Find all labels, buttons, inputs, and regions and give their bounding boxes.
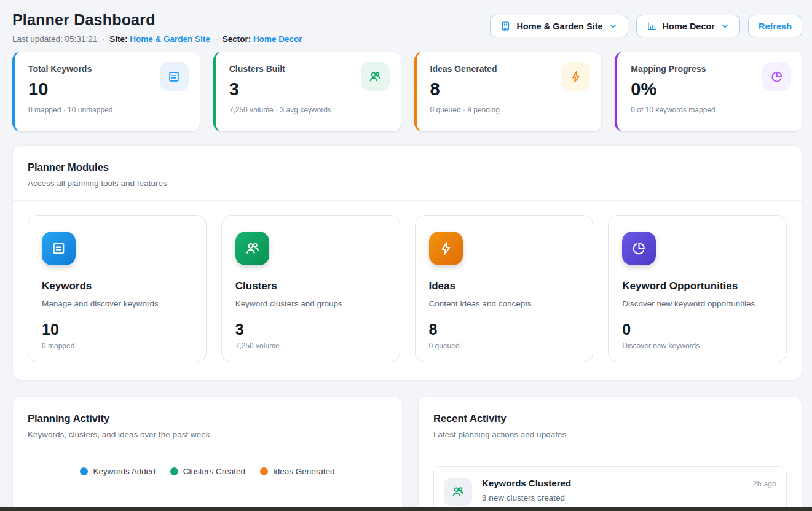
activity-panel-title: Planning Activity <box>28 413 387 424</box>
legend-dot-icon <box>80 467 88 475</box>
meta-separator: · <box>215 35 218 44</box>
module-description: Keyword clusters and groups <box>235 299 386 308</box>
screen-bottom-bar <box>0 507 812 511</box>
page-title: Planner Dashboard <box>12 11 302 29</box>
legend-item-clusters-created[interactable]: Clusters Created <box>170 467 245 476</box>
module-title: Keyword Opportunities <box>622 280 773 292</box>
bar-chart-icon <box>647 21 657 31</box>
module-subtext: 0 mapped <box>42 341 192 350</box>
sector-link[interactable]: Home Decor <box>253 34 302 44</box>
document-icon <box>42 232 76 265</box>
module-description: Content ideas and concepts <box>429 299 580 308</box>
module-subtext: 7,250 volume <box>235 341 386 350</box>
users-icon <box>235 232 269 265</box>
recent-activity-list: Keywords Clustered 2h ago 3 new clusters… <box>419 450 802 511</box>
meta-separator: · <box>102 35 104 44</box>
users-icon <box>444 478 472 506</box>
stat-card-mapping-progress: Mapping Progress 0% 0 of 10 keywords map… <box>615 52 802 131</box>
lightning-icon <box>429 232 463 265</box>
module-subtext: Discover new keywords <box>622 341 773 350</box>
chevron-down-icon <box>720 21 730 31</box>
modules-panel-title: Planner Modules <box>28 162 787 173</box>
legend-dot-icon <box>260 467 268 475</box>
module-value: 10 <box>42 321 192 338</box>
module-title: Clusters <box>235 280 386 292</box>
users-icon <box>361 62 390 91</box>
site-link[interactable]: Home & Garden Site <box>130 34 210 44</box>
recent-item-description: 3 new clusters created <box>482 493 776 502</box>
activity-panel-header: Planning Activity Keywords, clusters, an… <box>13 397 402 450</box>
module-value: 8 <box>429 321 580 338</box>
last-updated-label: Last updated: 05:31:21 <box>12 34 97 44</box>
page-header: Planner Dashboard Last updated: 05:31:21… <box>12 11 802 44</box>
pie-chart-icon <box>622 232 656 265</box>
recent-item-timestamp: 2h ago <box>753 480 776 488</box>
modules-panel-subtitle: Access all planning tools and features <box>28 179 787 188</box>
modules-panel-header: Planner Modules Access all planning tool… <box>13 146 802 200</box>
module-card-clusters[interactable]: Clusters Keyword clusters and groups 3 7… <box>221 215 400 362</box>
stats-row: Total Keywords 10 0 mapped · 10 unmapped… <box>12 52 802 131</box>
site-selector-dropdown[interactable]: Home & Garden Site <box>490 15 628 37</box>
header-meta: Last updated: 05:31:21 · Site: Home & Ga… <box>12 34 302 44</box>
stat-subtext: 7,250 volume · 3 avg keywords <box>229 106 390 114</box>
stat-subtext: 0 mapped · 10 unmapped <box>28 106 189 114</box>
module-subtext: 0 queued <box>429 341 580 350</box>
legend-item-ideas-generated[interactable]: Ideas Generated <box>260 467 335 476</box>
refresh-button[interactable]: Refresh <box>748 15 802 37</box>
planner-dashboard-page: Planner Dashboard Last updated: 05:31:21… <box>0 0 812 511</box>
module-title: Ideas <box>429 280 580 292</box>
lightning-icon <box>561 62 590 91</box>
module-value: 3 <box>235 321 386 338</box>
chevron-down-icon <box>609 21 618 31</box>
legend-item-keywords-added[interactable]: Keywords Added <box>80 467 155 476</box>
bottom-row: Planning Activity Keywords, clusters, an… <box>12 396 802 511</box>
recent-panel-title: Recent Activity <box>433 413 787 424</box>
module-description: Discover new keyword opportunities <box>622 299 773 308</box>
recent-activity-panel: Recent Activity Latest planning actions … <box>418 396 802 511</box>
activity-panel-subtitle: Keywords, clusters, and ideas over the p… <box>28 430 387 439</box>
recent-activity-item[interactable]: Keywords Clustered 2h ago 3 new clusters… <box>433 466 787 511</box>
sector-selector-dropdown[interactable]: Home Decor <box>636 15 740 37</box>
module-card-keywords[interactable]: Keywords Manage and discover keywords 10… <box>28 215 207 362</box>
stat-subtext: 0 queued · 8 pending <box>430 106 591 114</box>
site-meta: Site: Home & Garden Site <box>109 34 210 44</box>
planner-modules-panel: Planner Modules Access all planning tool… <box>12 145 802 380</box>
planning-activity-panel: Planning Activity Keywords, clusters, an… <box>12 396 403 511</box>
recent-panel-subtitle: Latest planning actions and updates <box>433 430 787 439</box>
recent-item-body: Keywords Clustered 2h ago 3 new clusters… <box>482 478 776 502</box>
module-value: 0 <box>622 321 773 338</box>
stat-card-total-keywords: Total Keywords 10 0 mapped · 10 unmapped <box>12 52 200 131</box>
stat-subtext: 0 of 10 keywords mapped <box>631 106 791 114</box>
modules-grid: Keywords Manage and discover keywords 10… <box>13 201 802 380</box>
header-left: Planner Dashboard Last updated: 05:31:21… <box>12 11 302 44</box>
header-actions: Home & Garden Site Home Decor Refresh <box>490 15 802 37</box>
recent-panel-header: Recent Activity Latest planning actions … <box>419 397 802 450</box>
recent-item-title: Keywords Clustered <box>482 478 571 488</box>
divider <box>13 450 402 450</box>
stat-card-ideas-generated: Ideas Generated 8 0 queued · 8 pending <box>414 52 602 131</box>
document-icon <box>160 62 189 91</box>
stat-card-clusters-built: Clusters Built 3 7,250 volume · 3 avg ke… <box>213 52 401 131</box>
module-card-keyword-opportunities[interactable]: Keyword Opportunities Discover new keywo… <box>608 215 787 362</box>
module-card-ideas[interactable]: Ideas Content ideas and concepts 8 0 que… <box>415 215 594 362</box>
legend-dot-icon <box>170 467 178 475</box>
module-description: Manage and discover keywords <box>42 299 192 308</box>
chart-legend: Keywords Added Clusters Created Ideas Ge… <box>13 467 402 476</box>
module-title: Keywords <box>42 280 192 292</box>
building-icon <box>500 21 511 31</box>
activity-chart: Keywords Added Clusters Created Ideas Ge… <box>13 467 402 511</box>
pie-chart-icon <box>762 62 791 91</box>
sector-meta: Sector: Home Decor <box>223 34 302 44</box>
